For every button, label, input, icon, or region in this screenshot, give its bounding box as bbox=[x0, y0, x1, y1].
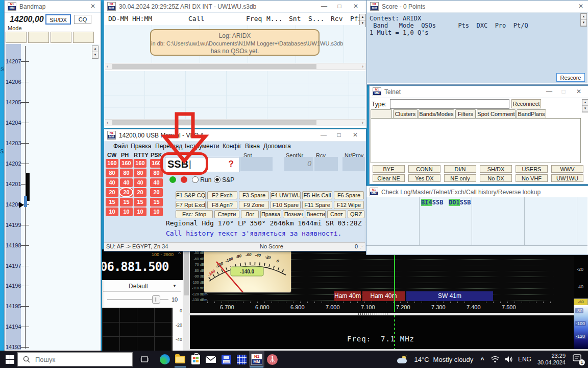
telnet-button-yesdx[interactable]: Yes DX bbox=[408, 174, 440, 182]
band-button-ph-15[interactable]: 15 bbox=[120, 198, 133, 206]
sentnr-field[interactable]: 0 bbox=[284, 157, 313, 171]
run-radio[interactable]: Run bbox=[192, 176, 211, 183]
telnet-button-uw1wu[interactable]: UW1WU bbox=[551, 174, 583, 182]
tab-clusters[interactable]: Clusters bbox=[393, 109, 418, 118]
sdr-profile-select[interactable]: Default ▼ bbox=[103, 281, 181, 292]
sp-radio[interactable]: S&P bbox=[214, 176, 234, 183]
check-callsign[interactable]: BI4SSB bbox=[421, 199, 443, 206]
resize-grip-icon[interactable]: ⋰ bbox=[360, 244, 364, 249]
telnet-button-nodx[interactable]: No DX bbox=[480, 174, 512, 182]
telnet-button-neonly[interactable]: NE only bbox=[444, 174, 476, 182]
maximize-icon[interactable]: □ bbox=[334, 2, 345, 11]
colorbar-marker[interactable]: -60 bbox=[574, 298, 588, 306]
scroll-left-icon[interactable]: ‹ bbox=[107, 120, 108, 126]
telnet-button-clearne[interactable]: Clear NE bbox=[373, 174, 405, 182]
snt-field[interactable] bbox=[240, 157, 273, 171]
minimize-icon[interactable]: — bbox=[318, 2, 330, 11]
fkey-f4[interactable]: F4 UW1WU bbox=[271, 191, 301, 199]
maximize-icon[interactable]: □ bbox=[558, 87, 569, 96]
band-button-ph-80[interactable]: 80 bbox=[120, 169, 133, 177]
log-column-header[interactable]: Freq bbox=[246, 15, 262, 22]
spinner-up-icon[interactable]: ▲ bbox=[582, 100, 588, 106]
fkey-f9[interactable]: F9 Zone bbox=[239, 201, 269, 209]
band-button-rtty-15[interactable]: 15 bbox=[134, 198, 146, 206]
menu-5[interactable]: Конфіг bbox=[223, 143, 241, 150]
tuning-line[interactable] bbox=[394, 250, 395, 312]
close-icon[interactable]: ✕ bbox=[575, 2, 586, 11]
fkey-f1[interactable]: F1 S&P CQ bbox=[176, 191, 206, 199]
close-icon[interactable]: ✕ bbox=[87, 2, 99, 11]
telnet-type-input[interactable] bbox=[390, 99, 509, 109]
tab-spotcomment[interactable]: Spot Comment bbox=[477, 109, 516, 118]
fkey-f11[interactable]: F11 Spare bbox=[302, 201, 332, 209]
band-button-rtty-10[interactable]: 10 bbox=[134, 208, 146, 216]
log-column-header[interactable]: Call bbox=[188, 15, 204, 22]
log-scrollbar-2[interactable]: ‹ › bbox=[105, 119, 365, 126]
speaker-icon[interactable] bbox=[505, 356, 513, 363]
band-button-ph-160[interactable]: 160 bbox=[120, 159, 133, 168]
band-button-cw-10[interactable]: 10 bbox=[106, 208, 118, 216]
telnet-button-wwv[interactable]: WWV bbox=[551, 165, 583, 173]
band-button-cw-15[interactable]: 15 bbox=[106, 198, 118, 206]
log-column-header[interactable]: Rcv bbox=[331, 15, 342, 22]
fkey-f5[interactable]: F5 His Call bbox=[302, 191, 332, 199]
scroll-left-icon[interactable]: ‹ bbox=[107, 63, 108, 70]
weather-widget[interactable]: 14°C Mostly cloudy bbox=[397, 355, 474, 364]
action-button-1[interactable]: Esc: Stop bbox=[176, 210, 213, 218]
reconnect-button[interactable]: Reconnect bbox=[511, 99, 541, 108]
shdx-button[interactable]: SH/DX bbox=[45, 14, 71, 25]
bandmap-titlebar[interactable]: N1MM Bandmap ✕ bbox=[5, 1, 101, 13]
log-column-header[interactable]: DD-MM HH:MM bbox=[108, 15, 152, 22]
spinner-up-icon[interactable]: ▲ bbox=[360, 14, 365, 20]
telnet-output[interactable] bbox=[371, 118, 581, 163]
sdr-frequency-digits[interactable]: 06.881.500 bbox=[102, 260, 169, 274]
tab-bandsmodes[interactable]: Bands/Modes bbox=[419, 109, 454, 118]
wifi-icon[interactable] bbox=[491, 356, 500, 363]
close-icon[interactable]: ✕ bbox=[350, 131, 361, 140]
bandmap-slot-3[interactable] bbox=[51, 32, 71, 43]
task-view-button[interactable] bbox=[137, 351, 152, 367]
taskbar-n1mm[interactable]: N1MM bbox=[249, 351, 264, 367]
action-button-4[interactable]: Правка bbox=[260, 210, 281, 218]
log-column-header[interactable]: Snt bbox=[289, 15, 301, 22]
spinner-up-icon[interactable]: ▲ bbox=[92, 46, 98, 52]
bandmap-slot-4[interactable] bbox=[73, 32, 94, 43]
telnet-titlebar[interactable]: N1MM Telnet — □ ✕ bbox=[370, 86, 588, 98]
band-button-rtty-160[interactable]: 160 bbox=[134, 159, 146, 168]
rescore-button[interactable]: Rescore bbox=[556, 73, 585, 82]
log-column-header[interactable]: M... bbox=[266, 15, 282, 22]
taskbar-sdr-app[interactable] bbox=[264, 351, 280, 367]
band-button-psk-15[interactable]: 15 bbox=[150, 198, 163, 206]
band-button-rtty-80[interactable]: 80 bbox=[134, 169, 146, 177]
action-button-2[interactable]: Стерти bbox=[214, 210, 239, 218]
telnet-button-bye[interactable]: BYE bbox=[373, 165, 405, 173]
notification-button[interactable]: 1 bbox=[572, 353, 585, 365]
minimize-icon[interactable]: — bbox=[318, 131, 329, 140]
spinner-up-icon[interactable]: ▲ bbox=[581, 14, 586, 20]
cq-button[interactable]: CQ bbox=[74, 15, 91, 24]
action-button-6[interactable]: Внести bbox=[306, 210, 326, 218]
scroll-right-icon[interactable]: › bbox=[362, 120, 363, 126]
log-column-header[interactable]: S... bbox=[308, 15, 324, 22]
band-button-cw-160[interactable]: 160 bbox=[106, 159, 118, 168]
action-button-7[interactable]: Спот bbox=[327, 210, 346, 218]
fkey-f12[interactable]: F12 Wipe bbox=[334, 201, 364, 209]
colorbar[interactable]: Auto -20-40 -60 -80-100-120 bbox=[574, 249, 588, 349]
action-button-8[interactable]: QRZ bbox=[348, 210, 364, 218]
score-spinner[interactable]: ▲▼ bbox=[580, 13, 587, 27]
taskbar-grid-app[interactable] bbox=[234, 351, 249, 367]
band-button-ph-10[interactable]: 10 bbox=[120, 208, 133, 216]
taskbar-mail[interactable] bbox=[203, 351, 218, 367]
menu-7[interactable]: Допомога bbox=[263, 143, 291, 150]
taskbar-store[interactable] bbox=[188, 351, 203, 367]
band-button-cw-20[interactable]: 20 bbox=[106, 188, 118, 197]
fkey-f3[interactable]: F3 Spare bbox=[239, 191, 269, 199]
fkey-f7[interactable]: F7 Rpt Exch bbox=[176, 201, 206, 209]
scroll-up-icon[interactable]: ^ bbox=[178, 251, 181, 257]
tray-chevron-icon[interactable]: ^ bbox=[480, 356, 484, 363]
rcv-field[interactable] bbox=[314, 157, 338, 171]
fkey-f6[interactable]: F6 Spare bbox=[334, 191, 364, 199]
scroll-right-icon[interactable]: › bbox=[362, 63, 363, 70]
band-button-cw-80[interactable]: 80 bbox=[106, 169, 118, 177]
fkey-f10[interactable]: F10 Spare bbox=[271, 201, 301, 209]
